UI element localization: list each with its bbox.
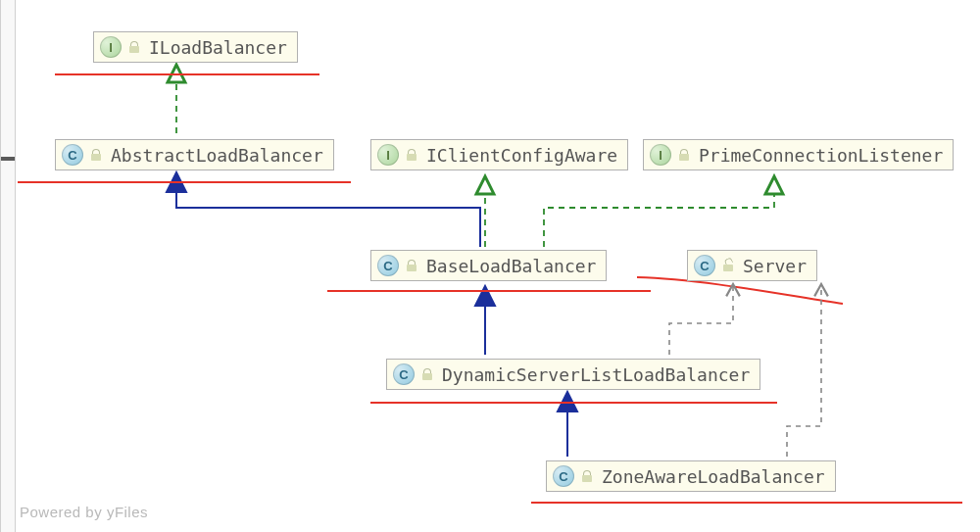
lock-icon [91, 149, 101, 161]
lock-icon [582, 470, 592, 482]
node-label: PrimeConnectionListener [699, 145, 943, 166]
node-server[interactable]: C Server [687, 250, 817, 281]
node-iclientconfigaware[interactable]: I IClientConfigAware [370, 139, 628, 170]
underline [531, 502, 962, 504]
interface-icon: I [650, 144, 689, 166]
class-icon: C [393, 363, 432, 385]
node-abstractloadbalancer[interactable]: C AbstractLoadBalancer [55, 139, 334, 170]
class-icon: C [694, 255, 733, 276]
node-iloadbalancer[interactable]: I ILoadBalancer [93, 31, 298, 63]
underline [55, 73, 319, 75]
node-label: Server [743, 256, 807, 276]
underline [370, 402, 777, 404]
edge-base-to-prime [544, 176, 774, 247]
edge-dynamic-to-server [669, 284, 733, 355]
node-label: BaseLoadBalancer [426, 256, 596, 276]
underline [327, 290, 651, 292]
node-label: ZoneAwareLoadBalancer [602, 466, 825, 487]
credit-text: Powered by yFiles [20, 504, 148, 520]
lock-icon [679, 149, 689, 161]
class-icon: C [62, 144, 101, 166]
interface-icon: I [100, 36, 139, 58]
node-baseloadbalancer[interactable]: C BaseLoadBalancer [370, 250, 607, 281]
interface-icon: I [377, 144, 416, 166]
lock-icon [407, 149, 416, 161]
edge-zone-to-server [787, 284, 821, 457]
class-icon: C [553, 465, 592, 487]
class-icon: C [377, 255, 416, 276]
underline [18, 181, 351, 183]
node-primeconnectionlistener[interactable]: I PrimeConnectionListener [643, 139, 954, 170]
lock-open-icon [723, 260, 733, 271]
lock-icon [129, 41, 139, 53]
diagram-canvas: I ILoadBalancer C AbstractLoadBalancer I… [0, 0, 980, 532]
edge-base-to-abstract [176, 172, 480, 247]
node-label: IClientConfigAware [426, 145, 617, 166]
node-label: AbstractLoadBalancer [111, 145, 323, 166]
lock-icon [422, 368, 432, 380]
node-zoneawareloadbalancer[interactable]: C ZoneAwareLoadBalancer [546, 460, 836, 492]
node-label: DynamicServerListLoadBalancer [442, 364, 750, 385]
lock-icon [407, 260, 416, 271]
node-dynamicserverlistloadbalancer[interactable]: C DynamicServerListLoadBalancer [386, 359, 760, 390]
node-label: ILoadBalancer [149, 37, 287, 58]
server-underline-curve [637, 277, 843, 304]
